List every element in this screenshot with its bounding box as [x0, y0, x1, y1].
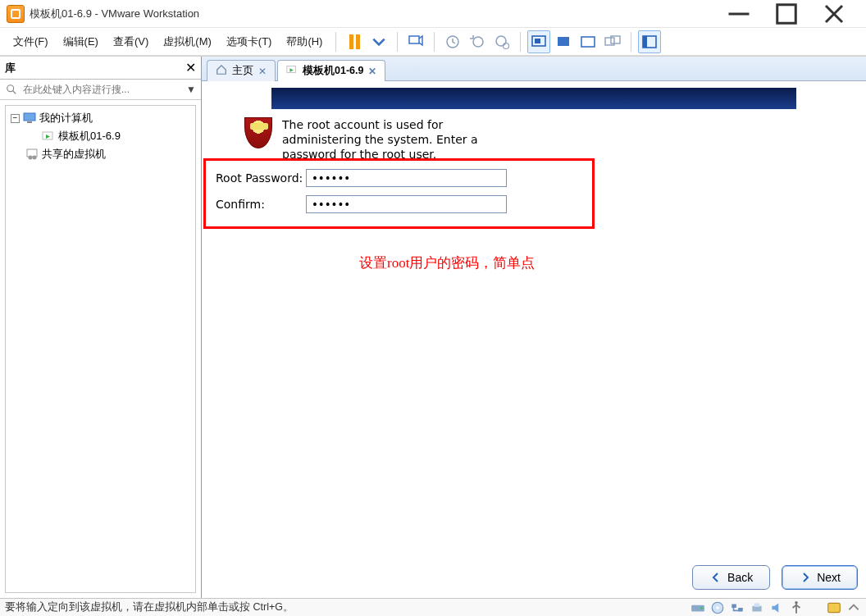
titlebar: 模板机01-6.9 - VMware Workstation	[0, 0, 866, 28]
tabstrip: 主页 ✕ 模板机01-6.9 ✕	[202, 57, 866, 81]
menu-help[interactable]: 帮助(H)	[280, 31, 329, 52]
fit-window-button[interactable]	[527, 30, 550, 53]
svg-point-5	[504, 43, 509, 48]
menu-vm[interactable]: 虚拟机(M)	[157, 31, 218, 52]
separator	[631, 32, 631, 52]
svg-rect-0	[777, 4, 796, 23]
revert-snapshot-button[interactable]	[466, 30, 489, 53]
vm-running-icon	[42, 130, 55, 143]
root-password-form-highlight: Root Password: Confirm:	[203, 158, 595, 229]
library-search-dropdown[interactable]: ▼	[186, 84, 196, 95]
next-label: Next	[817, 571, 841, 584]
svg-point-14	[7, 85, 14, 92]
svg-point-4	[496, 36, 506, 46]
snapshot-button[interactable]	[441, 30, 464, 53]
console-view-button[interactable]	[552, 30, 575, 53]
back-label: Back	[727, 571, 753, 584]
send-ctrl-alt-del-button[interactable]	[404, 30, 427, 53]
clock-icon	[444, 34, 461, 50]
svg-rect-9	[581, 37, 595, 47]
message-icon[interactable]	[827, 601, 841, 614]
root-password-label: Root Password:	[216, 171, 306, 185]
library-search-input[interactable]	[23, 84, 186, 95]
menu-tabs[interactable]: 选项卡(T)	[220, 31, 279, 52]
expand-icon[interactable]	[846, 601, 861, 614]
menubar: 文件(F) 编辑(E) 查看(V) 虚拟机(M) 选项卡(T) 帮助(H)	[0, 28, 866, 56]
collapse-icon[interactable]: −	[11, 114, 20, 123]
library-close-button[interactable]: ✕	[185, 60, 196, 75]
clock-settings-icon	[494, 34, 510, 50]
library-header: 库 ✕	[0, 57, 201, 80]
sidebar-icon	[641, 34, 658, 50]
fullscreen-icon	[580, 34, 596, 50]
svg-rect-13	[643, 36, 647, 48]
window-controls	[727, 6, 859, 22]
maximize-button[interactable]	[774, 6, 799, 22]
monitor-small-icon	[555, 34, 572, 50]
close-button[interactable]	[822, 6, 846, 22]
clock-back-icon	[469, 34, 485, 50]
tab-close-button[interactable]: ✕	[368, 66, 376, 77]
library-tree: − 我的计算机 模板机01-6.9 共享的虚拟机	[5, 105, 196, 593]
monitor-icon	[408, 34, 424, 50]
shield-icon	[244, 117, 272, 148]
svg-rect-1	[409, 36, 419, 43]
separator	[520, 32, 521, 52]
root-password-input[interactable]	[306, 169, 507, 187]
unity-button[interactable]	[601, 30, 624, 53]
menu-view[interactable]: 查看(V)	[107, 31, 155, 52]
guest-console[interactable]: The root account is used for administeri…	[202, 81, 866, 598]
minimize-button[interactable]	[727, 6, 751, 22]
arrow-right-icon	[799, 571, 812, 584]
arrow-left-icon	[709, 571, 722, 584]
menu-edit[interactable]: 编辑(E)	[57, 31, 105, 52]
tab-label: 模板机01-6.9	[303, 64, 363, 78]
fullscreen-button[interactable]	[577, 30, 599, 53]
tab-vm[interactable]: 模板机01-6.9 ✕	[277, 60, 385, 81]
library-search: ▼	[0, 80, 201, 100]
tab-label: 主页	[232, 64, 253, 78]
dropdown-button[interactable]	[367, 30, 390, 53]
confirm-row: Confirm:	[216, 195, 582, 213]
usb-icon[interactable]	[789, 601, 804, 614]
tab-close-button[interactable]: ✕	[258, 66, 267, 77]
tree-shared-vms[interactable]: 共享的虚拟机	[7, 145, 194, 163]
status-text: 要将输入定向到该虚拟机，请在虚拟机内部单击或按 Ctrl+G。	[5, 600, 294, 614]
confirm-label: Confirm:	[216, 198, 306, 211]
pause-icon	[349, 34, 360, 49]
snapshot-manager-button[interactable]	[490, 30, 513, 53]
tree-item-vm[interactable]: 模板机01-6.9	[7, 127, 194, 145]
back-button[interactable]: Back	[692, 565, 770, 590]
separator	[335, 32, 336, 52]
printer-icon[interactable]	[750, 601, 764, 614]
svg-rect-7	[535, 39, 540, 43]
library-title: 库	[5, 61, 16, 75]
sound-icon[interactable]	[769, 601, 784, 614]
monitors-icon	[604, 34, 621, 50]
next-button[interactable]: Next	[782, 565, 858, 590]
svg-rect-26	[732, 604, 736, 608]
svg-rect-18	[27, 149, 37, 157]
hdd-icon[interactable]	[691, 601, 705, 614]
tree-item-label: 模板机01-6.9	[58, 129, 121, 144]
statusbar: 要将输入定向到该虚拟机，请在虚拟机内部单击或按 Ctrl+G。	[0, 598, 866, 616]
tree-root-my-computer[interactable]: − 我的计算机	[7, 109, 194, 127]
svg-point-30	[795, 601, 798, 605]
pause-button[interactable]	[343, 30, 366, 53]
shared-icon	[25, 148, 39, 161]
svg-point-20	[33, 156, 37, 160]
svg-point-19	[29, 156, 33, 160]
library-button[interactable]	[638, 30, 661, 53]
cd-icon[interactable]	[710, 601, 725, 614]
computer-icon	[23, 112, 36, 125]
installer-nav-buttons: Back Next	[692, 565, 858, 590]
tab-home[interactable]: 主页 ✕	[207, 60, 276, 81]
tree-shared-label: 共享的虚拟机	[42, 147, 106, 162]
svg-rect-8	[558, 37, 569, 46]
menu-file[interactable]: 文件(F)	[7, 31, 55, 52]
network-icon[interactable]	[730, 601, 745, 614]
content-area: 主页 ✕ 模板机01-6.9 ✕ The root account is use…	[202, 57, 866, 598]
root-password-row: Root Password:	[216, 169, 582, 187]
installer-header-bar	[271, 88, 796, 109]
confirm-input[interactable]	[306, 195, 507, 213]
